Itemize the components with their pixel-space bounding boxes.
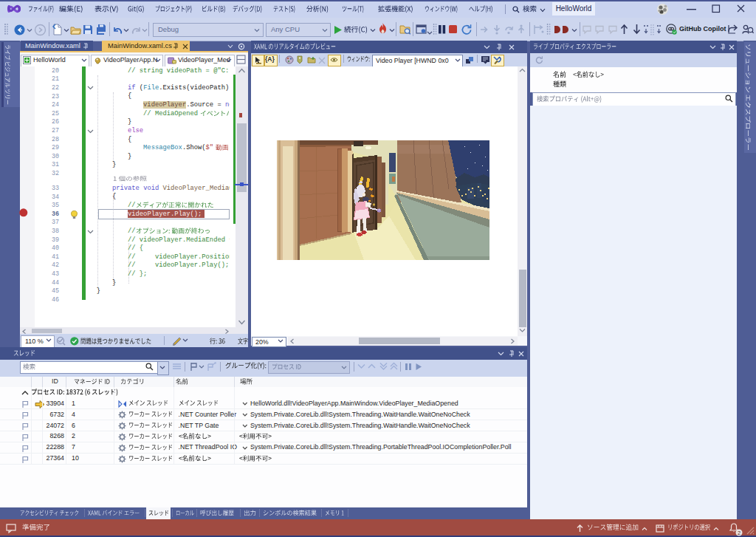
svg-text:2: 2 [738, 530, 740, 536]
